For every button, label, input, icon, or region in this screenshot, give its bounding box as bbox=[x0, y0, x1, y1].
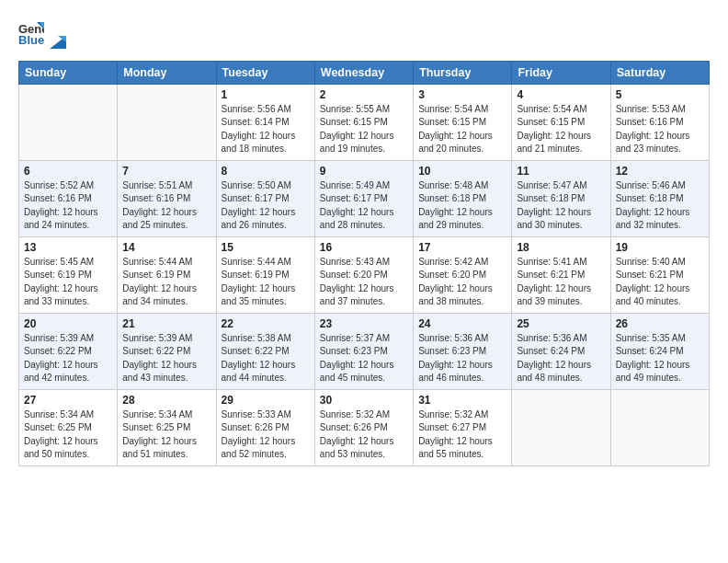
logo: General Blue bbox=[18, 15, 66, 52]
logo-triangle-icon bbox=[50, 36, 66, 49]
day-info: Sunrise: 5:53 AM Sunset: 6:16 PM Dayligh… bbox=[616, 103, 704, 156]
header: General Blue bbox=[18, 15, 710, 52]
day-number: 19 bbox=[616, 241, 704, 254]
day-number: 20 bbox=[24, 317, 112, 330]
calendar-table: SundayMondayTuesdayWednesdayThursdayFrid… bbox=[18, 61, 710, 466]
day-info: Sunrise: 5:39 AM Sunset: 6:22 PM Dayligh… bbox=[122, 332, 210, 385]
day-info: Sunrise: 5:45 AM Sunset: 6:19 PM Dayligh… bbox=[24, 256, 112, 309]
weekday-header-thursday: Thursday bbox=[414, 61, 512, 84]
weekday-header-sunday: Sunday bbox=[19, 61, 118, 84]
calendar-cell: 18Sunrise: 5:41 AM Sunset: 6:21 PM Dayli… bbox=[512, 236, 610, 313]
day-number: 12 bbox=[616, 165, 704, 178]
weekday-header-friday: Friday bbox=[512, 61, 610, 84]
day-number: 21 bbox=[122, 317, 210, 330]
calendar-cell: 16Sunrise: 5:43 AM Sunset: 6:20 PM Dayli… bbox=[314, 236, 413, 313]
calendar-cell: 4Sunrise: 5:54 AM Sunset: 6:15 PM Daylig… bbox=[512, 84, 610, 160]
calendar-cell: 11Sunrise: 5:47 AM Sunset: 6:18 PM Dayli… bbox=[512, 160, 610, 236]
calendar-cell: 21Sunrise: 5:39 AM Sunset: 6:22 PM Dayli… bbox=[118, 313, 216, 389]
day-number: 6 bbox=[24, 165, 112, 178]
day-info: Sunrise: 5:41 AM Sunset: 6:21 PM Dayligh… bbox=[517, 256, 605, 309]
day-number: 17 bbox=[418, 241, 506, 254]
calendar-cell: 2Sunrise: 5:55 AM Sunset: 6:15 PM Daylig… bbox=[314, 84, 413, 160]
day-number: 2 bbox=[320, 88, 408, 101]
day-number: 10 bbox=[418, 165, 506, 178]
weekday-header-row: SundayMondayTuesdayWednesdayThursdayFrid… bbox=[19, 61, 710, 84]
calendar-cell: 30Sunrise: 5:32 AM Sunset: 6:26 PM Dayli… bbox=[314, 389, 413, 465]
day-number: 11 bbox=[517, 165, 605, 178]
calendar-cell bbox=[610, 389, 709, 465]
day-number: 22 bbox=[222, 317, 310, 330]
logo-text bbox=[48, 15, 66, 52]
day-number: 1 bbox=[222, 88, 310, 101]
calendar-cell: 25Sunrise: 5:36 AM Sunset: 6:24 PM Dayli… bbox=[512, 313, 610, 389]
calendar-cell: 8Sunrise: 5:50 AM Sunset: 6:17 PM Daylig… bbox=[216, 160, 314, 236]
day-number: 31 bbox=[418, 394, 506, 407]
calendar-cell: 12Sunrise: 5:46 AM Sunset: 6:18 PM Dayli… bbox=[610, 160, 709, 236]
calendar-cell: 28Sunrise: 5:34 AM Sunset: 6:25 PM Dayli… bbox=[118, 389, 216, 465]
day-info: Sunrise: 5:36 AM Sunset: 6:24 PM Dayligh… bbox=[517, 332, 605, 385]
day-info: Sunrise: 5:38 AM Sunset: 6:22 PM Dayligh… bbox=[222, 332, 310, 385]
day-number: 18 bbox=[517, 241, 605, 254]
calendar-week-row: 1Sunrise: 5:56 AM Sunset: 6:14 PM Daylig… bbox=[19, 84, 710, 160]
weekday-header-tuesday: Tuesday bbox=[216, 61, 314, 84]
day-number: 26 bbox=[616, 317, 704, 330]
day-number: 7 bbox=[122, 165, 210, 178]
page: General Blue bbox=[0, 0, 728, 563]
calendar-cell bbox=[19, 84, 118, 160]
day-info: Sunrise: 5:47 AM Sunset: 6:18 PM Dayligh… bbox=[517, 179, 605, 233]
calendar-cell: 19Sunrise: 5:40 AM Sunset: 6:21 PM Dayli… bbox=[610, 236, 709, 313]
calendar-cell: 29Sunrise: 5:33 AM Sunset: 6:26 PM Dayli… bbox=[216, 389, 314, 465]
day-number: 25 bbox=[517, 317, 605, 330]
day-number: 24 bbox=[418, 317, 506, 330]
day-info: Sunrise: 5:42 AM Sunset: 6:20 PM Dayligh… bbox=[418, 256, 506, 309]
calendar-cell: 6Sunrise: 5:52 AM Sunset: 6:16 PM Daylig… bbox=[19, 160, 118, 236]
day-info: Sunrise: 5:46 AM Sunset: 6:18 PM Dayligh… bbox=[616, 179, 704, 233]
day-info: Sunrise: 5:43 AM Sunset: 6:20 PM Dayligh… bbox=[320, 256, 408, 309]
day-number: 30 bbox=[320, 394, 408, 407]
calendar-cell: 1Sunrise: 5:56 AM Sunset: 6:14 PM Daylig… bbox=[216, 84, 314, 160]
day-number: 4 bbox=[517, 88, 605, 101]
calendar-cell: 9Sunrise: 5:49 AM Sunset: 6:17 PM Daylig… bbox=[314, 160, 413, 236]
day-info: Sunrise: 5:32 AM Sunset: 6:26 PM Dayligh… bbox=[320, 408, 408, 462]
day-number: 9 bbox=[320, 165, 408, 178]
day-info: Sunrise: 5:44 AM Sunset: 6:19 PM Dayligh… bbox=[222, 256, 310, 309]
day-info: Sunrise: 5:33 AM Sunset: 6:26 PM Dayligh… bbox=[222, 408, 310, 462]
calendar-cell bbox=[118, 84, 216, 160]
svg-text:Blue: Blue bbox=[18, 33, 44, 46]
calendar-cell: 15Sunrise: 5:44 AM Sunset: 6:19 PM Dayli… bbox=[216, 236, 314, 313]
day-number: 29 bbox=[222, 394, 310, 407]
calendar-cell bbox=[512, 389, 610, 465]
calendar-cell: 20Sunrise: 5:39 AM Sunset: 6:22 PM Dayli… bbox=[19, 313, 118, 389]
calendar-week-row: 6Sunrise: 5:52 AM Sunset: 6:16 PM Daylig… bbox=[19, 160, 710, 236]
day-number: 16 bbox=[320, 241, 408, 254]
day-number: 28 bbox=[122, 394, 210, 407]
day-info: Sunrise: 5:51 AM Sunset: 6:16 PM Dayligh… bbox=[122, 179, 210, 233]
calendar-cell: 5Sunrise: 5:53 AM Sunset: 6:16 PM Daylig… bbox=[610, 84, 709, 160]
day-info: Sunrise: 5:37 AM Sunset: 6:23 PM Dayligh… bbox=[320, 332, 408, 385]
day-info: Sunrise: 5:40 AM Sunset: 6:21 PM Dayligh… bbox=[616, 256, 704, 309]
weekday-header-wednesday: Wednesday bbox=[314, 61, 413, 84]
calendar-cell: 22Sunrise: 5:38 AM Sunset: 6:22 PM Dayli… bbox=[216, 313, 314, 389]
calendar-cell: 13Sunrise: 5:45 AM Sunset: 6:19 PM Dayli… bbox=[19, 236, 118, 313]
day-info: Sunrise: 5:49 AM Sunset: 6:17 PM Dayligh… bbox=[320, 179, 408, 233]
day-info: Sunrise: 5:35 AM Sunset: 6:24 PM Dayligh… bbox=[616, 332, 704, 385]
logo-icon: General Blue bbox=[18, 20, 44, 46]
day-number: 15 bbox=[222, 241, 310, 254]
day-number: 27 bbox=[24, 394, 112, 407]
day-info: Sunrise: 5:55 AM Sunset: 6:15 PM Dayligh… bbox=[320, 103, 408, 156]
day-number: 23 bbox=[320, 317, 408, 330]
day-info: Sunrise: 5:36 AM Sunset: 6:23 PM Dayligh… bbox=[418, 332, 506, 385]
day-info: Sunrise: 5:54 AM Sunset: 6:15 PM Dayligh… bbox=[517, 103, 605, 156]
day-info: Sunrise: 5:52 AM Sunset: 6:16 PM Dayligh… bbox=[24, 179, 112, 233]
day-info: Sunrise: 5:44 AM Sunset: 6:19 PM Dayligh… bbox=[122, 256, 210, 309]
day-info: Sunrise: 5:39 AM Sunset: 6:22 PM Dayligh… bbox=[24, 332, 112, 385]
calendar-week-row: 20Sunrise: 5:39 AM Sunset: 6:22 PM Dayli… bbox=[19, 313, 710, 389]
day-number: 3 bbox=[418, 88, 506, 101]
calendar-cell: 27Sunrise: 5:34 AM Sunset: 6:25 PM Dayli… bbox=[19, 389, 118, 465]
day-info: Sunrise: 5:34 AM Sunset: 6:25 PM Dayligh… bbox=[24, 408, 112, 462]
day-number: 14 bbox=[122, 241, 210, 254]
calendar-cell: 17Sunrise: 5:42 AM Sunset: 6:20 PM Dayli… bbox=[414, 236, 512, 313]
calendar-cell: 23Sunrise: 5:37 AM Sunset: 6:23 PM Dayli… bbox=[314, 313, 413, 389]
day-info: Sunrise: 5:48 AM Sunset: 6:18 PM Dayligh… bbox=[418, 179, 506, 233]
day-number: 13 bbox=[24, 241, 112, 254]
